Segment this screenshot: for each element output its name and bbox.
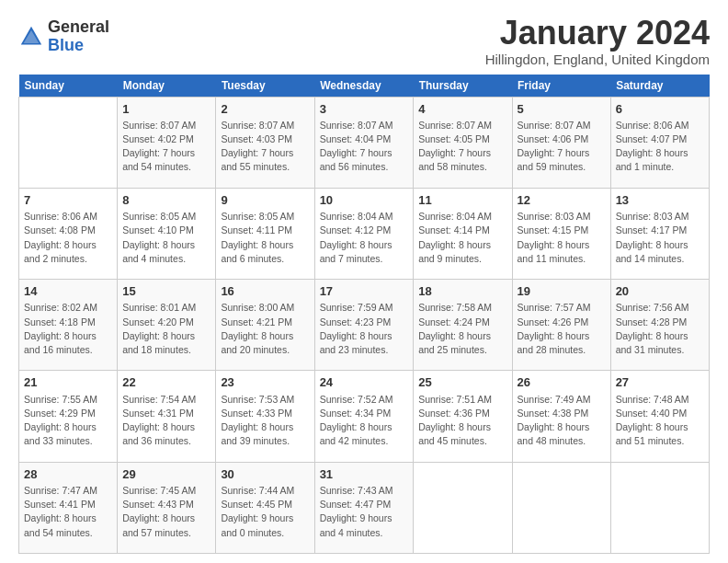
- day-number: 14: [24, 283, 112, 300]
- day-detail: Sunrise: 7:44 AM Sunset: 4:45 PM Dayligh…: [221, 484, 309, 540]
- day-number: 22: [122, 374, 210, 391]
- calendar-title: January 2024: [485, 15, 710, 52]
- day-number: 7: [24, 192, 112, 209]
- calendar-cell: [512, 462, 610, 553]
- weekday-header-tuesday: Tuesday: [216, 75, 314, 98]
- day-detail: Sunrise: 8:02 AM Sunset: 4:18 PM Dayligh…: [24, 301, 112, 357]
- week-row-0: 1Sunrise: 8:07 AM Sunset: 4:02 PM Daylig…: [19, 97, 710, 188]
- day-number: 6: [616, 101, 704, 118]
- calendar-cell: 26Sunrise: 7:49 AM Sunset: 4:38 PM Dayli…: [512, 371, 610, 462]
- weekday-header-thursday: Thursday: [414, 75, 512, 98]
- calendar-cell: 4Sunrise: 8:07 AM Sunset: 4:05 PM Daylig…: [414, 97, 512, 188]
- logo: General Blue: [18, 18, 109, 55]
- day-number: 10: [320, 192, 409, 209]
- day-detail: Sunrise: 7:52 AM Sunset: 4:34 PM Dayligh…: [320, 393, 409, 449]
- calendar-cell: 16Sunrise: 8:00 AM Sunset: 4:21 PM Dayli…: [216, 280, 314, 371]
- day-detail: Sunrise: 8:04 AM Sunset: 4:14 PM Dayligh…: [418, 210, 506, 266]
- day-detail: Sunrise: 8:07 AM Sunset: 4:04 PM Dayligh…: [320, 119, 409, 175]
- day-number: 19: [518, 283, 606, 300]
- day-detail: Sunrise: 8:07 AM Sunset: 4:05 PM Dayligh…: [418, 119, 506, 175]
- day-detail: Sunrise: 8:07 AM Sunset: 4:06 PM Dayligh…: [518, 119, 606, 175]
- week-row-1: 7Sunrise: 8:06 AM Sunset: 4:08 PM Daylig…: [19, 188, 710, 279]
- calendar-cell: 8Sunrise: 8:05 AM Sunset: 4:10 PM Daylig…: [118, 188, 216, 279]
- calendar-cell: 24Sunrise: 7:52 AM Sunset: 4:34 PM Dayli…: [314, 371, 414, 462]
- calendar-cell: 21Sunrise: 7:55 AM Sunset: 4:29 PM Dayli…: [19, 371, 118, 462]
- week-row-3: 21Sunrise: 7:55 AM Sunset: 4:29 PM Dayli…: [19, 371, 710, 462]
- calendar-cell: 23Sunrise: 7:53 AM Sunset: 4:33 PM Dayli…: [216, 371, 314, 462]
- day-number: 28: [24, 466, 112, 483]
- day-detail: Sunrise: 7:49 AM Sunset: 4:38 PM Dayligh…: [518, 393, 606, 449]
- weekday-header-row: SundayMondayTuesdayWednesdayThursdayFrid…: [19, 75, 710, 98]
- day-number: 23: [221, 374, 309, 391]
- day-detail: Sunrise: 7:54 AM Sunset: 4:31 PM Dayligh…: [122, 393, 210, 449]
- calendar-cell: 30Sunrise: 7:44 AM Sunset: 4:45 PM Dayli…: [216, 462, 314, 553]
- calendar-cell: 27Sunrise: 7:48 AM Sunset: 4:40 PM Dayli…: [610, 371, 709, 462]
- day-detail: Sunrise: 7:57 AM Sunset: 4:26 PM Dayligh…: [518, 301, 606, 357]
- day-detail: Sunrise: 7:55 AM Sunset: 4:29 PM Dayligh…: [24, 393, 112, 449]
- logo-icon: [18, 24, 44, 50]
- logo-text: General Blue: [48, 18, 109, 55]
- calendar-cell: 11Sunrise: 8:04 AM Sunset: 4:14 PM Dayli…: [414, 188, 512, 279]
- day-number: 15: [122, 283, 210, 300]
- day-number: 31: [320, 466, 409, 483]
- day-detail: Sunrise: 8:05 AM Sunset: 4:10 PM Dayligh…: [122, 210, 210, 266]
- day-number: 4: [418, 101, 506, 118]
- day-detail: Sunrise: 8:03 AM Sunset: 4:17 PM Dayligh…: [616, 210, 704, 266]
- calendar-cell: 3Sunrise: 8:07 AM Sunset: 4:04 PM Daylig…: [314, 97, 414, 188]
- day-detail: Sunrise: 7:59 AM Sunset: 4:23 PM Dayligh…: [320, 301, 409, 357]
- calendar-cell: [414, 462, 512, 553]
- weekday-header-friday: Friday: [512, 75, 610, 98]
- day-number: 24: [320, 374, 409, 391]
- day-number: 8: [122, 192, 210, 209]
- calendar-cell: [19, 97, 118, 188]
- day-number: 9: [221, 192, 309, 209]
- calendar-cell: 2Sunrise: 8:07 AM Sunset: 4:03 PM Daylig…: [216, 97, 314, 188]
- calendar-cell: 15Sunrise: 8:01 AM Sunset: 4:20 PM Dayli…: [118, 280, 216, 371]
- day-detail: Sunrise: 8:03 AM Sunset: 4:15 PM Dayligh…: [518, 210, 606, 266]
- day-number: 3: [320, 101, 409, 118]
- day-detail: Sunrise: 7:53 AM Sunset: 4:33 PM Dayligh…: [221, 393, 309, 449]
- week-row-2: 14Sunrise: 8:02 AM Sunset: 4:18 PM Dayli…: [19, 280, 710, 371]
- day-number: 11: [418, 192, 506, 209]
- day-detail: Sunrise: 8:00 AM Sunset: 4:21 PM Dayligh…: [221, 301, 309, 357]
- day-number: 17: [320, 283, 409, 300]
- day-number: 27: [616, 374, 704, 391]
- day-detail: Sunrise: 8:06 AM Sunset: 4:07 PM Dayligh…: [616, 119, 704, 175]
- logo-general-text: General: [48, 17, 109, 36]
- calendar-table: SundayMondayTuesdayWednesdayThursdayFrid…: [18, 75, 710, 554]
- day-detail: Sunrise: 7:43 AM Sunset: 4:47 PM Dayligh…: [320, 484, 409, 540]
- week-row-4: 28Sunrise: 7:47 AM Sunset: 4:41 PM Dayli…: [19, 462, 710, 553]
- calendar-cell: 17Sunrise: 7:59 AM Sunset: 4:23 PM Dayli…: [314, 280, 414, 371]
- day-detail: Sunrise: 8:05 AM Sunset: 4:11 PM Dayligh…: [221, 210, 309, 266]
- day-number: 30: [221, 466, 309, 483]
- day-number: 20: [616, 283, 704, 300]
- calendar-cell: 10Sunrise: 8:04 AM Sunset: 4:12 PM Dayli…: [314, 188, 414, 279]
- day-detail: Sunrise: 7:58 AM Sunset: 4:24 PM Dayligh…: [418, 301, 506, 357]
- day-detail: Sunrise: 8:06 AM Sunset: 4:08 PM Dayligh…: [24, 210, 112, 266]
- calendar-cell: 20Sunrise: 7:56 AM Sunset: 4:28 PM Dayli…: [610, 280, 709, 371]
- day-detail: Sunrise: 7:48 AM Sunset: 4:40 PM Dayligh…: [616, 393, 704, 449]
- calendar-cell: 14Sunrise: 8:02 AM Sunset: 4:18 PM Dayli…: [19, 280, 118, 371]
- day-number: 26: [518, 374, 606, 391]
- calendar-cell: 1Sunrise: 8:07 AM Sunset: 4:02 PM Daylig…: [118, 97, 216, 188]
- day-number: 12: [518, 192, 606, 209]
- calendar-cell: 5Sunrise: 8:07 AM Sunset: 4:06 PM Daylig…: [512, 97, 610, 188]
- calendar-cell: 28Sunrise: 7:47 AM Sunset: 4:41 PM Dayli…: [19, 462, 118, 553]
- calendar-cell: [610, 462, 709, 553]
- day-detail: Sunrise: 7:47 AM Sunset: 4:41 PM Dayligh…: [24, 484, 112, 540]
- day-number: 16: [221, 283, 309, 300]
- calendar-cell: 19Sunrise: 7:57 AM Sunset: 4:26 PM Dayli…: [512, 280, 610, 371]
- weekday-header-saturday: Saturday: [610, 75, 709, 98]
- day-detail: Sunrise: 7:45 AM Sunset: 4:43 PM Dayligh…: [122, 484, 210, 540]
- calendar-cell: 29Sunrise: 7:45 AM Sunset: 4:43 PM Dayli…: [118, 462, 216, 553]
- calendar-cell: 13Sunrise: 8:03 AM Sunset: 4:17 PM Dayli…: [610, 188, 709, 279]
- title-block: January 2024 Hillingdon, England, United…: [485, 15, 710, 67]
- day-detail: Sunrise: 8:01 AM Sunset: 4:20 PM Dayligh…: [122, 301, 210, 357]
- calendar-cell: 6Sunrise: 8:06 AM Sunset: 4:07 PM Daylig…: [610, 97, 709, 188]
- weekday-header-sunday: Sunday: [19, 75, 118, 98]
- weekday-header-wednesday: Wednesday: [314, 75, 414, 98]
- logo-blue-text: Blue: [48, 36, 84, 54]
- day-number: 13: [616, 192, 704, 209]
- day-detail: Sunrise: 7:51 AM Sunset: 4:36 PM Dayligh…: [418, 393, 506, 449]
- day-number: 25: [418, 374, 506, 391]
